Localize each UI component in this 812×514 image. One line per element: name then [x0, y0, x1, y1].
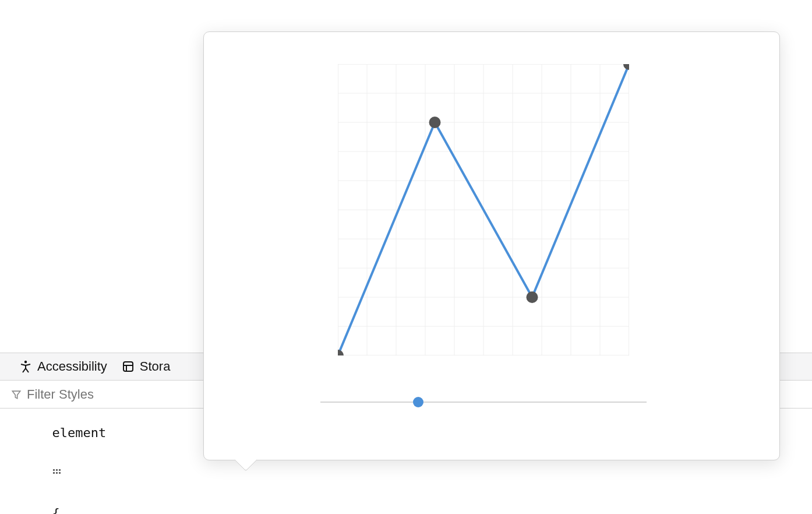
tab-accessibility[interactable]: Accessibility	[19, 359, 107, 374]
slider-thumb[interactable]	[413, 397, 423, 407]
tab-storage[interactable]: Stora	[121, 359, 171, 374]
easing-control-point[interactable]	[527, 291, 538, 303]
svg-rect-6	[59, 469, 61, 471]
easing-control-point[interactable]	[429, 117, 441, 128]
svg-rect-1	[123, 362, 133, 371]
tab-storage-label: Stora	[140, 359, 171, 374]
filter-icon	[10, 389, 22, 400]
svg-rect-5	[56, 469, 58, 471]
rule-element-selector[interactable]: element	[52, 425, 106, 440]
flex-highlighter-icon[interactable]	[53, 440, 62, 448]
brace-open: {	[52, 506, 59, 514]
svg-rect-7	[53, 472, 55, 474]
svg-point-0	[24, 361, 27, 363]
easing-editor-popover	[203, 31, 780, 460]
svg-rect-4	[53, 469, 55, 471]
accessibility-icon	[19, 360, 33, 374]
easing-chart[interactable]	[338, 64, 629, 355]
easing-control-point[interactable]	[338, 350, 344, 355]
tab-accessibility-label: Accessibility	[37, 359, 107, 374]
easing-timeline-slider[interactable]	[320, 396, 647, 408]
svg-rect-8	[56, 472, 58, 474]
easing-control-point[interactable]	[623, 64, 629, 70]
svg-rect-9	[59, 472, 61, 474]
slider-track	[320, 402, 647, 403]
storage-icon	[121, 360, 135, 374]
